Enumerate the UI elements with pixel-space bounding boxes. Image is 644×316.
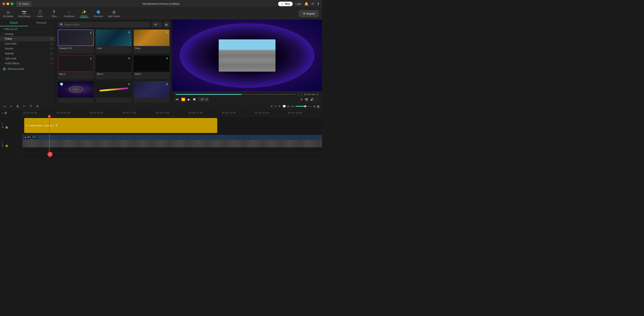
- chevron-down-icon: ˅: [158, 23, 159, 26]
- titles-icon: T: [53, 10, 55, 14]
- timer-button[interactable]: ⏱: [28, 104, 34, 109]
- volume-icon[interactable]: 🔊: [310, 98, 314, 101]
- download-icon[interactable]: ⬇: [90, 57, 92, 60]
- resource-pack-row[interactable]: 🌐 Resource pack: [0, 66, 55, 72]
- import-button[interactable]: ⬆ Import: [16, 2, 32, 6]
- effect-card-cosmic[interactable]: 💎: [58, 81, 94, 103]
- redo-button[interactable]: ↪: [9, 104, 14, 109]
- toolbar-item-titles[interactable]: T Titles: [50, 10, 58, 18]
- toolbar-item-transitions[interactable]: ↔ Transitions: [64, 10, 74, 18]
- play-button[interactable]: ▶: [188, 98, 190, 101]
- download-icon[interactable]: ⬇: [317, 2, 320, 6]
- cut-button[interactable]: ✂: [22, 104, 27, 109]
- resource-pack-icon: 🌐: [2, 67, 6, 71]
- track-lock-icon[interactable]: 🔒: [5, 144, 8, 147]
- export-button[interactable]: ⬆ Export: [299, 10, 319, 17]
- toolbar-item-split-screen[interactable]: ⊞ Split Screen: [108, 10, 120, 18]
- effect-card-yellow[interactable]: ⬇: [96, 81, 132, 103]
- timeline: ↩ ↪ 🗑 ✂ ⏱ ⚙ ☀ 🛡 🎙 💬 ⊡ ➖: [0, 103, 322, 158]
- mail-icon[interactable]: ✉: [311, 2, 314, 6]
- zoom-out-icon[interactable]: ➖: [291, 105, 294, 108]
- link-track-button[interactable]: 🔗: [4, 112, 7, 114]
- download-icon[interactable]: ⬇: [128, 57, 130, 60]
- crop2-icon[interactable]: ⊡: [287, 105, 290, 108]
- filter-button[interactable]: All ˅: [152, 22, 162, 27]
- download-icon[interactable]: ⬇: [128, 31, 130, 34]
- zoom-in-icon[interactable]: ⊕: [313, 105, 316, 108]
- toolbar-item-elements[interactable]: 🔷 Elements: [94, 10, 103, 18]
- add-track-button[interactable]: +: [2, 112, 3, 115]
- app-title: Wondershare Filmora (Untitled): [142, 2, 180, 5]
- maximize-button[interactable]: [11, 3, 13, 5]
- progress-track[interactable]: [176, 94, 296, 95]
- shield-icon[interactable]: 🛡: [274, 105, 277, 108]
- download-icon[interactable]: ⬇: [90, 31, 92, 35]
- download-icon[interactable]: ⬇: [166, 31, 168, 34]
- effect-label-disco: Disco: [134, 46, 170, 51]
- search-input-wrap[interactable]: 🔍: [58, 22, 150, 27]
- sidebar-item-frame[interactable]: Frame 88: [0, 36, 55, 41]
- effect-card-film6[interactable]: ⬇ Film 6: [134, 55, 170, 79]
- delete-button[interactable]: 🗑: [15, 104, 20, 109]
- download-icon[interactable]: ⬇: [128, 83, 130, 86]
- right-panel: { } 00:00:04:12 ⏮ ⏪ ▶ ⏹ 1/2 1/4 1 2: [172, 20, 322, 103]
- sidebar-section-overlay[interactable]: ˅ Overlay: [0, 31, 55, 36]
- sidebar-section-filter-lut[interactable]: › Filter & LUT: [0, 27, 55, 31]
- login-button[interactable]: Login: [296, 3, 302, 5]
- toolbar-item-stock-media[interactable]: 📷 Stock Media: [18, 10, 30, 18]
- download-icon[interactable]: ⬇: [166, 57, 168, 60]
- toolbar-item-audio[interactable]: 🎵 Audio: [35, 10, 44, 18]
- search-input[interactable]: [64, 23, 148, 26]
- effect-card-blue[interactable]: ⬇: [134, 81, 170, 103]
- effect-thumb-film6: ⬇: [134, 55, 170, 72]
- sun-icon[interactable]: ☀: [270, 105, 273, 108]
- effect-card-film2[interactable]: ⬇ Film 2: [58, 55, 94, 79]
- zoom-dot[interactable]: [304, 105, 306, 107]
- sidebar-item-particle[interactable]: Particle 31: [0, 46, 55, 51]
- download-icon[interactable]: ⬇: [166, 83, 168, 86]
- playback-rate-selector[interactable]: 1/2 1/4 1 2: [198, 97, 209, 101]
- track-visibility-icon[interactable]: 👁: [2, 144, 4, 147]
- sidebar-item-light-leak[interactable]: Light Leak 50: [0, 56, 55, 61]
- grid-timeline-icon[interactable]: ▦: [317, 105, 320, 108]
- scissors-indicator[interactable]: ✂: [48, 152, 52, 157]
- sidebar-item-material[interactable]: Material 13: [0, 51, 55, 56]
- left-panel-list: › Filter & LUT ˅ Overlay Frame 88: [0, 27, 55, 103]
- notification-icon[interactable]: 🔔: [304, 2, 308, 6]
- toolbar-item-effects[interactable]: ✨ Effects: [80, 10, 89, 18]
- waveform: [22, 135, 322, 140]
- track-lock-icon[interactable]: 🔒: [5, 126, 8, 129]
- sidebar-item-lens-flare[interactable]: Lens Flare 16: [0, 41, 55, 46]
- settings-button[interactable]: ⚙: [35, 104, 40, 109]
- mic-icon[interactable]: 🎙: [278, 105, 281, 108]
- preview-area: [172, 20, 322, 91]
- effect-card-film5[interactable]: ⬇ Film 5: [96, 55, 132, 79]
- overlay-clip[interactable]: ✦ Cosmic Pack - Overlay 1 💎: [24, 118, 217, 133]
- fullscreen-icon[interactable]: ⛶: [316, 98, 319, 101]
- zoom-fill: [296, 106, 304, 107]
- toolbar-item-my-media[interactable]: 🗂 My Media: [3, 10, 13, 18]
- subtitle-icon[interactable]: 💬: [282, 105, 286, 108]
- effect-card-disco[interactable]: ⬇ Disco: [134, 30, 170, 53]
- minimize-button[interactable]: [6, 3, 9, 5]
- effect-card-cool[interactable]: ⬇ Cool: [96, 30, 132, 53]
- buy-button[interactable]: 🛒 Buy: [278, 2, 293, 6]
- zoom-slider[interactable]: [296, 106, 312, 107]
- undo-button[interactable]: ↩: [2, 104, 7, 109]
- snapshot-icon[interactable]: 📷: [305, 98, 308, 101]
- stop-button[interactable]: ⏹: [193, 98, 196, 101]
- tab-default[interactable]: Default: [0, 20, 28, 26]
- effect-card-cinema[interactable]: ⬇ Cinema 21:9: [58, 30, 94, 53]
- crop-icon[interactable]: ⊕: [300, 98, 303, 101]
- prev-frame-button[interactable]: ⏪: [181, 98, 185, 101]
- grid-view-button[interactable]: ⊞: [163, 22, 170, 28]
- track-2-icons: 👁 🔒: [2, 126, 8, 129]
- track-visibility-icon[interactable]: 👁: [2, 126, 4, 129]
- sidebar-item-audio-effects[interactable]: Audio Effects 0: [0, 61, 55, 66]
- playhead-handle[interactable]: [48, 115, 51, 118]
- effect-label-film6: Film 6: [134, 72, 170, 76]
- close-button[interactable]: [2, 3, 5, 5]
- skip-back-button[interactable]: ⏮: [176, 98, 179, 101]
- tab-filmstock[interactable]: Filmstock: [28, 20, 55, 26]
- playhead[interactable]: [49, 116, 50, 158]
